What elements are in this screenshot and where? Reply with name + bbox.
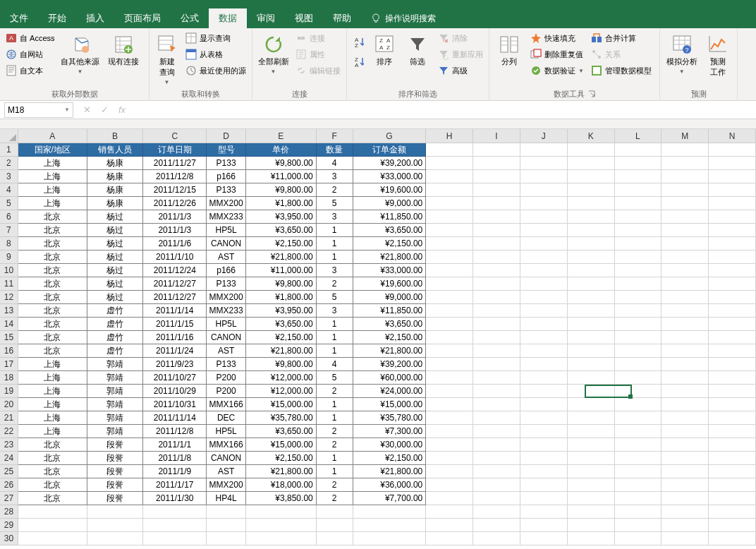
manage-data-model-button[interactable]: 管理数据模型 <box>590 64 653 78</box>
cell[interactable] <box>520 331 568 344</box>
row-header[interactable]: 22 <box>0 425 18 438</box>
name-box[interactable]: M18▼ <box>4 102 73 118</box>
cell[interactable]: 杨康 <box>87 183 144 197</box>
flash-fill-button[interactable]: 快速填充 <box>529 31 585 45</box>
column-header-I[interactable]: I <box>473 129 520 143</box>
cell[interactable] <box>520 318 568 331</box>
cell[interactable] <box>353 532 427 545</box>
cell[interactable] <box>568 331 615 344</box>
cell[interactable]: 1 <box>317 251 353 264</box>
cell[interactable] <box>615 425 662 438</box>
cell[interactable] <box>615 210 662 224</box>
cell[interactable]: ¥1,800.00 <box>246 197 317 210</box>
cell[interactable] <box>426 344 473 358</box>
cell[interactable]: 北京 <box>18 237 87 251</box>
cell[interactable] <box>473 224 520 237</box>
column-header-K[interactable]: K <box>568 129 615 143</box>
row-header[interactable]: 28 <box>0 505 18 519</box>
tell-me-search[interactable]: 操作说明搜索 <box>361 13 436 25</box>
cell[interactable]: P133 <box>207 277 246 291</box>
edit-links-button[interactable]: 编辑链接 <box>294 64 342 78</box>
cell[interactable] <box>568 237 615 251</box>
cell[interactable] <box>568 452 615 465</box>
cell[interactable]: CANON <box>207 237 246 251</box>
cell[interactable] <box>662 224 709 237</box>
cell[interactable] <box>662 237 709 251</box>
cell[interactable]: 1 <box>317 331 353 344</box>
cell[interactable] <box>568 157 615 170</box>
cell[interactable]: ¥21,800.00 <box>353 465 427 478</box>
cell[interactable] <box>426 519 473 532</box>
cell[interactable]: P200 <box>207 371 246 385</box>
cell[interactable]: ¥3,850.00 <box>246 492 317 505</box>
cell[interactable]: 2011/1/14 <box>143 304 207 318</box>
cell[interactable]: 上海 <box>18 385 87 398</box>
select-all-button[interactable] <box>0 129 18 143</box>
cell[interactable]: ¥12,000.00 <box>246 371 317 385</box>
cell[interactable]: 2011/12/8 <box>143 170 207 183</box>
cell[interactable] <box>709 197 756 210</box>
cell[interactable] <box>426 371 473 385</box>
cell[interactable] <box>615 344 662 358</box>
cell[interactable]: 上海 <box>18 411 87 425</box>
cell[interactable] <box>520 519 568 532</box>
cell[interactable]: 2011/1/8 <box>143 452 207 465</box>
cell[interactable]: 2 <box>317 478 353 492</box>
cell[interactable]: 段誉 <box>87 478 144 492</box>
cell[interactable] <box>426 385 473 398</box>
cell[interactable]: 2011/10/29 <box>143 385 207 398</box>
cell[interactable] <box>426 183 473 197</box>
row-header[interactable]: 29 <box>0 519 18 532</box>
cell[interactable] <box>615 224 662 237</box>
cell[interactable] <box>615 318 662 331</box>
cell[interactable]: ¥9,800.00 <box>246 277 317 291</box>
column-header-B[interactable]: B <box>87 129 144 143</box>
cell[interactable] <box>662 371 709 385</box>
cell[interactable] <box>426 318 473 331</box>
tab-开始[interactable]: 开始 <box>38 8 76 28</box>
cell[interactable]: 郭靖 <box>87 398 144 411</box>
cell[interactable] <box>662 519 709 532</box>
cell[interactable]: ¥21,800.00 <box>353 344 427 358</box>
cell[interactable] <box>615 157 662 170</box>
cell[interactable]: 北京 <box>18 291 87 304</box>
cell[interactable] <box>709 170 756 183</box>
cell[interactable] <box>709 519 756 532</box>
cell[interactable]: ¥15,000.00 <box>246 398 317 411</box>
cell[interactable]: 杨康 <box>87 157 144 170</box>
cell[interactable] <box>568 465 615 478</box>
cell[interactable] <box>520 492 568 505</box>
row-header[interactable]: 15 <box>0 331 18 344</box>
cell[interactable] <box>615 304 662 318</box>
cell[interactable]: 销售人员 <box>87 143 144 157</box>
cell[interactable] <box>662 478 709 492</box>
cell[interactable]: 北京 <box>18 224 87 237</box>
cell[interactable] <box>709 157 756 170</box>
cell[interactable]: AST <box>207 344 246 358</box>
cell[interactable] <box>520 438 568 452</box>
cell[interactable] <box>568 438 615 452</box>
cell[interactable] <box>568 411 615 425</box>
row-header[interactable]: 6 <box>0 210 18 224</box>
cell[interactable]: HP4L <box>207 492 246 505</box>
cell[interactable]: ¥2,150.00 <box>353 237 427 251</box>
tab-审阅[interactable]: 审阅 <box>247 8 285 28</box>
cell[interactable]: 上海 <box>18 398 87 411</box>
column-header-C[interactable]: C <box>143 129 207 143</box>
row-header[interactable]: 1 <box>0 143 18 157</box>
cell[interactable] <box>473 183 520 197</box>
cell[interactable]: 2011/9/23 <box>143 358 207 371</box>
row-header[interactable]: 12 <box>0 291 18 304</box>
cell[interactable] <box>520 398 568 411</box>
cell[interactable]: 北京 <box>18 277 87 291</box>
cell[interactable] <box>520 237 568 251</box>
cell[interactable]: 2011/10/27 <box>143 371 207 385</box>
cell[interactable]: 北京 <box>18 251 87 264</box>
tab-数据[interactable]: 数据 <box>209 8 247 28</box>
cell[interactable]: 2011/1/24 <box>143 344 207 358</box>
cell[interactable] <box>709 344 756 358</box>
cell[interactable] <box>662 398 709 411</box>
cell[interactable]: p166 <box>207 170 246 183</box>
cell[interactable] <box>709 465 756 478</box>
cell[interactable]: 5 <box>317 371 353 385</box>
